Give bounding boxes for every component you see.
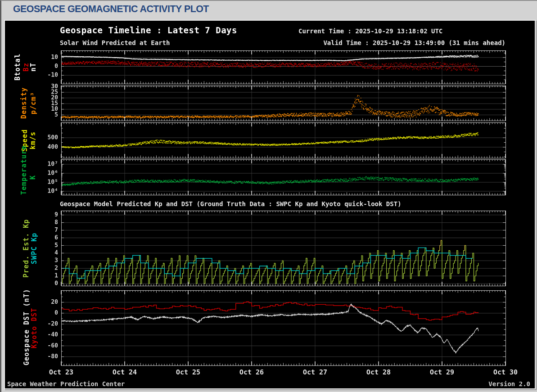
axis-label-k: K <box>29 159 37 195</box>
geospace-activity-page: GEOSPACE GEOMAGNETIC ACTIVITY PLOT Geosp… <box>0 0 537 392</box>
plot-title: Geospace Timeline : Latest 7 Days <box>60 25 237 35</box>
axis-label-kyoto-dst: Kyoto DST <box>30 290 38 365</box>
current-time-label: Current Time : 2025-10-29 13:18:02 UTC <box>298 27 442 35</box>
axis-label-btotal: Btotal <box>14 50 22 84</box>
solar-wind-section-title: Solar Wind Predicted at Earth <box>60 39 170 46</box>
footer-source-label: Space Weather Prediction Center <box>7 380 125 387</box>
axis-label-temperature: Temperature <box>20 159 28 195</box>
valid-time-label: Valid Time : 2025-10-29 13:49:00 (31 min… <box>323 39 505 46</box>
axis-label-pred-est-kp: Pred. Est. Kp <box>22 211 30 286</box>
axis-label-p-cm: p/cm³ <box>29 86 37 121</box>
axis-label-geospace-dst-nt: Geospace DST (nT) <box>23 290 31 365</box>
footer-version-label: Version 2.0 <box>488 380 530 387</box>
axis-label-nt: nT <box>29 50 37 84</box>
axis-label-density: Density <box>20 86 28 121</box>
page-title: GEOSPACE GEOMAGNETIC ACTIVITY PLOT <box>13 3 209 15</box>
axis-label-km-s: km/s <box>29 122 37 158</box>
model-section-title: Geospace Model Predicted Kp and DST (Gro… <box>60 200 402 207</box>
axis-label-swpc-kp: SWPC Kp <box>30 211 38 286</box>
geospace-plot-container: Geospace Timeline : Latest 7 Days Curren… <box>5 21 535 388</box>
